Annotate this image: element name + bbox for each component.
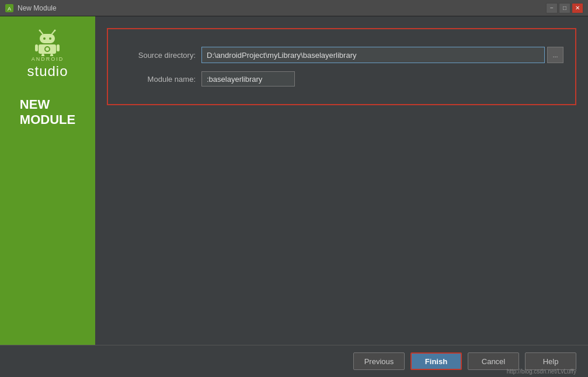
finish-button[interactable]: Finish	[410, 352, 462, 370]
dialog-body: ANDROID studio NEW MODULE Source directo…	[0, 16, 588, 345]
browse-button[interactable]: ...	[547, 47, 563, 63]
new-module-label: NEW MODULE	[11, 97, 85, 128]
svg-point-5	[54, 30, 56, 32]
svg-rect-6	[40, 34, 55, 43]
title-bar-icon: A	[5, 4, 14, 13]
svg-rect-11	[57, 44, 60, 51]
android-label: ANDROID	[32, 56, 64, 62]
source-dir-input-wrapper: ...	[201, 47, 563, 63]
footer: Previous Finish Cancel Help http://blog.…	[0, 345, 588, 377]
title-bar: A New Module − □ ✕	[0, 0, 588, 16]
sidebar: ANDROID studio NEW MODULE	[0, 16, 95, 345]
svg-rect-10	[35, 44, 38, 51]
title-bar-controls: − □ ✕	[546, 3, 583, 13]
svg-point-8	[49, 37, 51, 40]
source-dir-label: Source directory:	[120, 51, 201, 60]
module-name-input[interactable]	[201, 71, 295, 87]
close-button[interactable]: ✕	[572, 3, 583, 13]
module-name-row: Module name:	[120, 71, 563, 87]
source-dir-row: Source directory: ...	[120, 47, 563, 63]
android-robot-icon	[33, 28, 61, 56]
svg-point-3	[39, 30, 41, 32]
title-bar-title: New Module	[18, 4, 546, 12]
watermark: http://blog.csdn.net/LvLuffy	[507, 368, 576, 375]
previous-button[interactable]: Previous	[353, 352, 405, 370]
studio-label: studio	[27, 63, 68, 79]
help-button[interactable]: Help	[525, 352, 576, 370]
module-name-label: Module name:	[120, 75, 201, 84]
cancel-button[interactable]: Cancel	[468, 352, 519, 370]
svg-text:A: A	[8, 6, 11, 12]
form-box: Source directory: ... Module name:	[107, 28, 576, 105]
maximize-button[interactable]: □	[559, 3, 570, 13]
source-dir-input[interactable]	[201, 47, 545, 63]
svg-point-7	[43, 37, 46, 40]
svg-point-15	[46, 47, 49, 51]
content-area: Source directory: ... Module name:	[95, 16, 588, 345]
logo-area: ANDROID studio	[27, 28, 68, 79]
minimize-button[interactable]: −	[546, 3, 558, 13]
